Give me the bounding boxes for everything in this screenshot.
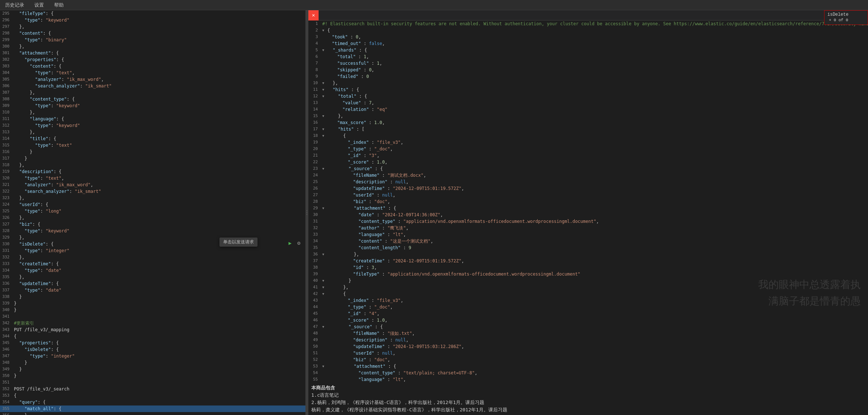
fold-arrow[interactable] (322, 139, 327, 146)
fold-arrow[interactable] (322, 40, 327, 47)
menu-history[interactable]: 历史记录 (3, 1, 26, 9)
right-line-number: 49 (308, 337, 322, 343)
fold-arrow[interactable] (322, 198, 327, 205)
fold-arrow[interactable]: ▼ (322, 277, 327, 284)
fold-arrow[interactable] (322, 370, 327, 376)
right-code-text: } (327, 277, 795, 284)
fold-arrow[interactable] (322, 212, 327, 218)
fold-arrow[interactable]: ▼ (322, 113, 327, 119)
code-text: "fileType": { (14, 10, 305, 17)
right-code-line: 7 "successful" : 1, (308, 60, 795, 67)
fold-arrow[interactable] (322, 231, 327, 238)
fold-arrow[interactable] (322, 146, 327, 152)
fold-arrow[interactable]: ▼ (322, 291, 327, 297)
right-code-text: "fileType" : "application/vnd.openxmlfor… (327, 271, 795, 277)
fold-arrow[interactable] (322, 258, 327, 264)
menu-settings[interactable]: 设置 (32, 1, 46, 9)
line-number: 350 (0, 373, 14, 379)
fold-arrow[interactable]: ▼ (322, 284, 327, 291)
play-button[interactable]: ▶ (286, 239, 294, 247)
right-code-line: 49 "description" : null, (308, 337, 795, 343)
fold-arrow[interactable] (322, 106, 327, 113)
fold-arrow[interactable]: ▼ (322, 86, 327, 93)
left-code-line: 318 }, (0, 162, 305, 168)
line-number: 353 (0, 392, 14, 399)
fold-arrow[interactable] (322, 172, 327, 179)
fold-arrow[interactable]: ▼ (322, 126, 327, 132)
right-code-line: 37 "createTime" : "2024-12-09T15:01:19.5… (308, 258, 795, 264)
fold-arrow[interactable] (322, 304, 327, 310)
settings-button[interactable]: ⚙ (295, 239, 303, 247)
left-code-line: 310 }, (0, 109, 305, 116)
fold-arrow[interactable]: ▼ (322, 80, 327, 86)
menu-help[interactable]: 帮助 (52, 1, 66, 9)
fold-arrow[interactable]: ▼ (322, 363, 327, 370)
left-code-line: 313 }, (0, 129, 305, 135)
left-code-line: 338 } (0, 294, 305, 300)
left-code-line: 351 (0, 379, 305, 386)
fold-arrow[interactable] (322, 337, 327, 343)
fold-arrow[interactable]: ▼ (322, 93, 327, 100)
fold-arrow[interactable]: ▼ (322, 27, 327, 34)
fold-arrow[interactable] (322, 343, 327, 350)
line-number: 327 (0, 221, 14, 228)
fold-arrow[interactable]: ▼ (322, 132, 327, 139)
left-code-line: 300 }, (0, 43, 305, 50)
right-code-text: "updateTime" : "2024-12-09T15:01:19.572Z… (327, 185, 795, 192)
fold-arrow[interactable] (322, 119, 327, 126)
fold-arrow[interactable] (322, 73, 327, 80)
fold-arrow[interactable] (322, 185, 327, 192)
left-code-line: 329 }, (0, 234, 305, 241)
fold-arrow[interactable] (322, 179, 327, 185)
fold-arrow[interactable] (322, 244, 327, 251)
code-text: }, (14, 129, 305, 135)
right-code-text: "updateTime" : "2024-12-09T15:03:12.286Z… (327, 343, 795, 350)
fold-arrow[interactable] (322, 225, 327, 231)
left-code-line: 323 }, (0, 195, 305, 201)
fold-arrow[interactable] (322, 317, 327, 324)
fold-arrow[interactable] (322, 100, 327, 106)
fold-arrow[interactable] (322, 264, 327, 271)
fold-arrow[interactable] (322, 271, 327, 277)
right-code-text: { (327, 27, 795, 34)
fold-arrow[interactable] (322, 350, 327, 356)
fold-arrow[interactable]: ▼ (322, 205, 327, 212)
fold-arrow[interactable] (322, 53, 327, 60)
fold-arrow[interactable] (322, 310, 327, 317)
fold-arrow[interactable]: ▼ (322, 47, 327, 53)
fold-arrow[interactable] (322, 297, 327, 304)
right-code-text: "failed" : 0 (327, 73, 795, 80)
fold-arrow[interactable] (322, 34, 327, 40)
line-number: 344 (0, 333, 14, 340)
right-code-line: 19 "_index" : "file_v3", (308, 139, 795, 146)
right-code-text: "biz" : "doc", (327, 198, 795, 205)
close-button[interactable]: ✕ (308, 10, 319, 20)
line-number: 341 (0, 313, 14, 320)
fold-arrow[interactable] (322, 330, 327, 337)
fold-arrow[interactable] (322, 152, 327, 159)
editor-area[interactable]: 295 "fileType": {296 "type": "keyword"29… (0, 10, 305, 415)
right-code-text: "fileName" : "测试文档.docx", (327, 172, 795, 179)
fold-arrow[interactable] (322, 356, 327, 363)
right-code-text: "description" : null, (327, 337, 795, 343)
fold-arrow[interactable] (322, 376, 327, 383)
fold-arrow[interactable] (322, 192, 327, 198)
left-code-line: 350} (0, 373, 305, 379)
fold-arrow[interactable] (322, 67, 327, 73)
fold-arrow[interactable] (322, 159, 327, 165)
code-text: }, (14, 23, 305, 30)
right-code-line: 39 "fileType" : "application/vnd.openxml… (308, 271, 795, 277)
left-code-line: 297 }, (0, 23, 305, 30)
left-code-line: 346 "isDelete": { (0, 346, 305, 353)
fold-arrow[interactable] (322, 238, 327, 244)
fold-arrow[interactable]: ▼ (322, 324, 327, 330)
right-line-number: 13 (308, 100, 322, 106)
fold-arrow[interactable]: ▼ (322, 251, 327, 258)
panel-divider[interactable] (305, 10, 308, 415)
right-code-line: 38 "id" : 3, (308, 264, 795, 271)
fold-arrow[interactable] (322, 218, 327, 225)
fold-arrow[interactable]: ▼ (322, 165, 327, 172)
right-content[interactable]: 1 #! Elasticsearch built-in security fea… (308, 20, 868, 383)
fold-arrow[interactable] (322, 60, 327, 67)
line-number: 337 (0, 287, 14, 294)
